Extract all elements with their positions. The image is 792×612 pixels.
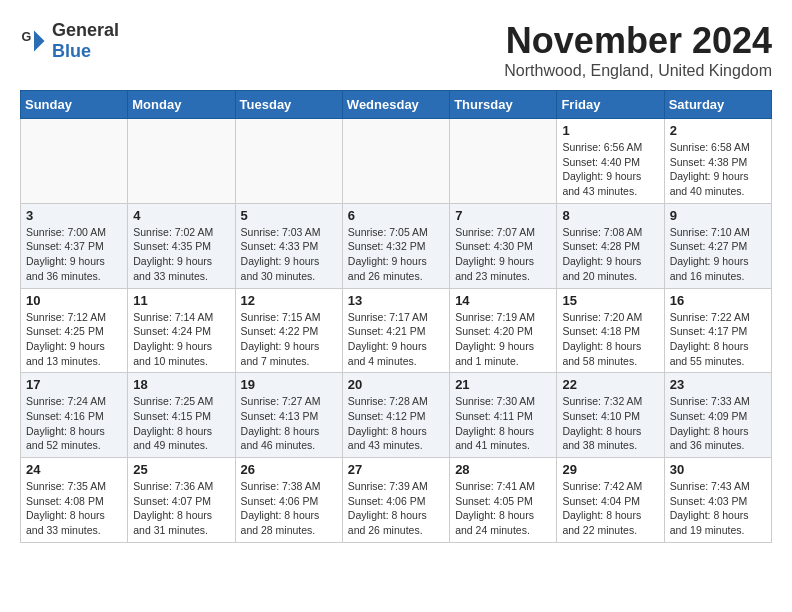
day-info: Sunrise: 7:02 AM Sunset: 4:35 PM Dayligh… [133, 225, 229, 284]
calendar-cell: 30Sunrise: 7:43 AM Sunset: 4:03 PM Dayli… [664, 458, 771, 543]
day-info: Sunrise: 7:10 AM Sunset: 4:27 PM Dayligh… [670, 225, 766, 284]
calendar-cell: 19Sunrise: 7:27 AM Sunset: 4:13 PM Dayli… [235, 373, 342, 458]
day-info: Sunrise: 7:03 AM Sunset: 4:33 PM Dayligh… [241, 225, 337, 284]
weekday-header: Monday [128, 91, 235, 119]
calendar-cell: 21Sunrise: 7:30 AM Sunset: 4:11 PM Dayli… [450, 373, 557, 458]
week-row: 3Sunrise: 7:00 AM Sunset: 4:37 PM Daylig… [21, 203, 772, 288]
day-info: Sunrise: 7:36 AM Sunset: 4:07 PM Dayligh… [133, 479, 229, 538]
day-info: Sunrise: 7:32 AM Sunset: 4:10 PM Dayligh… [562, 394, 658, 453]
calendar-cell: 3Sunrise: 7:00 AM Sunset: 4:37 PM Daylig… [21, 203, 128, 288]
calendar-cell: 16Sunrise: 7:22 AM Sunset: 4:17 PM Dayli… [664, 288, 771, 373]
logo: G General Blue [20, 20, 119, 62]
calendar-cell: 10Sunrise: 7:12 AM Sunset: 4:25 PM Dayli… [21, 288, 128, 373]
day-number: 22 [562, 377, 658, 392]
calendar-cell: 18Sunrise: 7:25 AM Sunset: 4:15 PM Dayli… [128, 373, 235, 458]
day-number: 15 [562, 293, 658, 308]
day-number: 16 [670, 293, 766, 308]
day-info: Sunrise: 7:15 AM Sunset: 4:22 PM Dayligh… [241, 310, 337, 369]
day-number: 11 [133, 293, 229, 308]
week-row: 1Sunrise: 6:56 AM Sunset: 4:40 PM Daylig… [21, 119, 772, 204]
day-number: 29 [562, 462, 658, 477]
calendar-cell: 5Sunrise: 7:03 AM Sunset: 4:33 PM Daylig… [235, 203, 342, 288]
title-section: November 2024 Northwood, England, United… [504, 20, 772, 80]
calendar-cell: 26Sunrise: 7:38 AM Sunset: 4:06 PM Dayli… [235, 458, 342, 543]
day-number: 23 [670, 377, 766, 392]
weekday-header: Friday [557, 91, 664, 119]
day-number: 1 [562, 123, 658, 138]
weekday-header: Saturday [664, 91, 771, 119]
calendar-cell [342, 119, 449, 204]
day-number: 4 [133, 208, 229, 223]
day-number: 18 [133, 377, 229, 392]
calendar-cell: 29Sunrise: 7:42 AM Sunset: 4:04 PM Dayli… [557, 458, 664, 543]
weekday-header: Sunday [21, 91, 128, 119]
day-number: 8 [562, 208, 658, 223]
calendar-cell: 7Sunrise: 7:07 AM Sunset: 4:30 PM Daylig… [450, 203, 557, 288]
day-info: Sunrise: 7:14 AM Sunset: 4:24 PM Dayligh… [133, 310, 229, 369]
logo-icon: G [20, 27, 48, 55]
day-number: 6 [348, 208, 444, 223]
week-row: 17Sunrise: 7:24 AM Sunset: 4:16 PM Dayli… [21, 373, 772, 458]
location-title: Northwood, England, United Kingdom [504, 62, 772, 80]
day-number: 19 [241, 377, 337, 392]
weekday-header: Wednesday [342, 91, 449, 119]
day-number: 28 [455, 462, 551, 477]
calendar-cell: 24Sunrise: 7:35 AM Sunset: 4:08 PM Dayli… [21, 458, 128, 543]
svg-text:G: G [21, 30, 31, 44]
weekday-header: Thursday [450, 91, 557, 119]
calendar-cell [128, 119, 235, 204]
calendar-cell: 25Sunrise: 7:36 AM Sunset: 4:07 PM Dayli… [128, 458, 235, 543]
day-info: Sunrise: 7:41 AM Sunset: 4:05 PM Dayligh… [455, 479, 551, 538]
calendar-cell [450, 119, 557, 204]
day-info: Sunrise: 7:17 AM Sunset: 4:21 PM Dayligh… [348, 310, 444, 369]
calendar-cell: 2Sunrise: 6:58 AM Sunset: 4:38 PM Daylig… [664, 119, 771, 204]
page-header: G General Blue November 2024 Northwood, … [20, 20, 772, 80]
calendar-cell [235, 119, 342, 204]
day-number: 3 [26, 208, 122, 223]
day-number: 2 [670, 123, 766, 138]
day-number: 21 [455, 377, 551, 392]
day-number: 13 [348, 293, 444, 308]
day-info: Sunrise: 7:07 AM Sunset: 4:30 PM Dayligh… [455, 225, 551, 284]
day-info: Sunrise: 7:19 AM Sunset: 4:20 PM Dayligh… [455, 310, 551, 369]
calendar-cell: 14Sunrise: 7:19 AM Sunset: 4:20 PM Dayli… [450, 288, 557, 373]
calendar-table: SundayMondayTuesdayWednesdayThursdayFrid… [20, 90, 772, 543]
day-info: Sunrise: 7:20 AM Sunset: 4:18 PM Dayligh… [562, 310, 658, 369]
calendar-cell: 6Sunrise: 7:05 AM Sunset: 4:32 PM Daylig… [342, 203, 449, 288]
calendar-cell: 20Sunrise: 7:28 AM Sunset: 4:12 PM Dayli… [342, 373, 449, 458]
calendar-cell: 13Sunrise: 7:17 AM Sunset: 4:21 PM Dayli… [342, 288, 449, 373]
day-number: 20 [348, 377, 444, 392]
weekday-header: Tuesday [235, 91, 342, 119]
calendar-cell: 11Sunrise: 7:14 AM Sunset: 4:24 PM Dayli… [128, 288, 235, 373]
day-number: 5 [241, 208, 337, 223]
calendar-cell: 12Sunrise: 7:15 AM Sunset: 4:22 PM Dayli… [235, 288, 342, 373]
day-info: Sunrise: 7:30 AM Sunset: 4:11 PM Dayligh… [455, 394, 551, 453]
day-info: Sunrise: 7:27 AM Sunset: 4:13 PM Dayligh… [241, 394, 337, 453]
day-info: Sunrise: 7:39 AM Sunset: 4:06 PM Dayligh… [348, 479, 444, 538]
day-number: 9 [670, 208, 766, 223]
calendar-cell: 15Sunrise: 7:20 AM Sunset: 4:18 PM Dayli… [557, 288, 664, 373]
day-info: Sunrise: 7:24 AM Sunset: 4:16 PM Dayligh… [26, 394, 122, 453]
day-number: 27 [348, 462, 444, 477]
day-info: Sunrise: 7:42 AM Sunset: 4:04 PM Dayligh… [562, 479, 658, 538]
svg-marker-1 [34, 31, 45, 52]
calendar-cell: 1Sunrise: 6:56 AM Sunset: 4:40 PM Daylig… [557, 119, 664, 204]
day-info: Sunrise: 7:00 AM Sunset: 4:37 PM Dayligh… [26, 225, 122, 284]
day-info: Sunrise: 7:43 AM Sunset: 4:03 PM Dayligh… [670, 479, 766, 538]
day-info: Sunrise: 7:33 AM Sunset: 4:09 PM Dayligh… [670, 394, 766, 453]
day-info: Sunrise: 6:58 AM Sunset: 4:38 PM Dayligh… [670, 140, 766, 199]
calendar-cell: 9Sunrise: 7:10 AM Sunset: 4:27 PM Daylig… [664, 203, 771, 288]
day-number: 7 [455, 208, 551, 223]
logo-blue: Blue [52, 41, 91, 61]
calendar-cell: 4Sunrise: 7:02 AM Sunset: 4:35 PM Daylig… [128, 203, 235, 288]
calendar-cell: 27Sunrise: 7:39 AM Sunset: 4:06 PM Dayli… [342, 458, 449, 543]
day-number: 17 [26, 377, 122, 392]
month-title: November 2024 [504, 20, 772, 62]
day-info: Sunrise: 6:56 AM Sunset: 4:40 PM Dayligh… [562, 140, 658, 199]
day-number: 30 [670, 462, 766, 477]
day-info: Sunrise: 7:08 AM Sunset: 4:28 PM Dayligh… [562, 225, 658, 284]
day-number: 10 [26, 293, 122, 308]
calendar-cell: 23Sunrise: 7:33 AM Sunset: 4:09 PM Dayli… [664, 373, 771, 458]
day-info: Sunrise: 7:05 AM Sunset: 4:32 PM Dayligh… [348, 225, 444, 284]
day-number: 26 [241, 462, 337, 477]
